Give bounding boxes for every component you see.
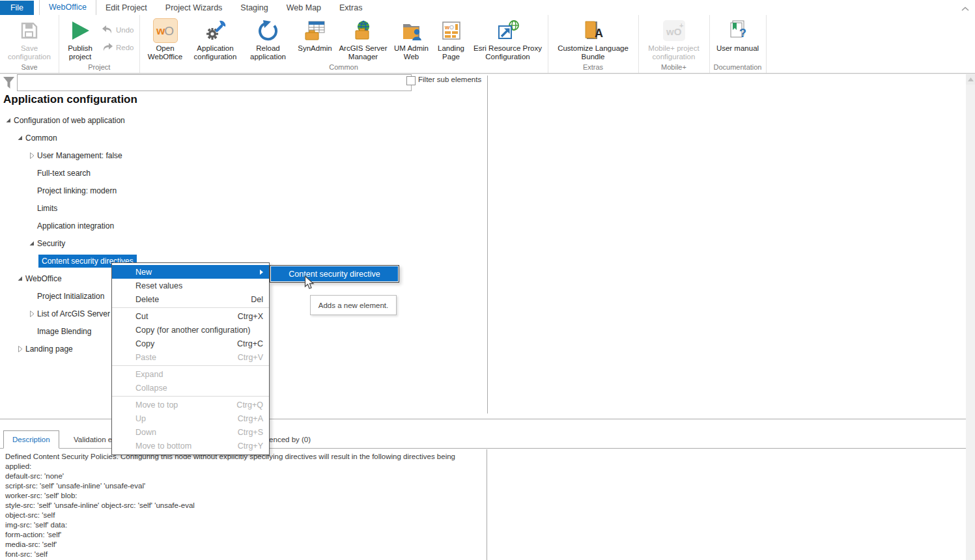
menu-tab-file[interactable]: File — [0, 1, 34, 15]
ribbon-group-label-extras: Extras — [550, 63, 636, 73]
user-manual-button[interactable]: ? User manual — [712, 15, 764, 63]
expand-triangle-icon[interactable] — [27, 152, 37, 159]
menu-bar: File WebOffice Edit Project Project Wiza… — [0, 0, 975, 15]
description-line: form-action: 'self' — [5, 530, 481, 540]
undo-icon — [102, 25, 113, 35]
collapse-triangle-icon[interactable] — [15, 275, 25, 282]
table-briefcase-icon — [304, 17, 326, 44]
publish-project-button[interactable]: Publish project — [61, 15, 99, 63]
button-label: Redo — [116, 44, 134, 51]
tree-item-configuration-of-web-application[interactable]: Configuration of web application — [0, 111, 485, 129]
menu-tab-project-wizards[interactable]: Project Wizards — [156, 1, 232, 15]
description-line: font-src: 'self — [5, 550, 481, 559]
weboffice-logo-icon: wO — [153, 17, 178, 44]
vertical-scrollbar[interactable] — [966, 74, 975, 560]
menu-tab-edit-project[interactable]: Edit Project — [96, 1, 156, 15]
button-label: Mobile+ project configuration — [641, 44, 707, 61]
collapse-ribbon-icon[interactable] — [961, 3, 970, 10]
button-label: ArcGIS Server Manager — [336, 44, 391, 61]
menu-tab-extras[interactable]: Extras — [330, 1, 371, 15]
context-menu-item-copy[interactable]: Copy Ctrg+C — [112, 337, 269, 350]
tree-item-common[interactable]: Common — [0, 129, 485, 147]
description-line: media-src: 'self' — [5, 540, 481, 550]
menu-separator — [112, 365, 269, 366]
globe-briefcase-icon — [352, 17, 374, 44]
tree-item-limits[interactable]: Limits — [0, 199, 485, 217]
ribbon-group-label-mobile: Mobile+ — [641, 63, 707, 73]
reload-application-button[interactable]: Reload application — [242, 15, 294, 63]
tooltip: Adds a new element. — [310, 295, 397, 315]
context-menu-item-up[interactable]: Up Ctrg+A — [112, 412, 269, 425]
ribbon-group-extras: A Customize Language Bundle Extras — [548, 15, 639, 73]
svg-text:+: + — [679, 21, 683, 29]
context-menu-item-new[interactable]: New — [112, 265, 269, 279]
button-label: Save configuration — [2, 44, 57, 61]
menu-tab-staging[interactable]: Staging — [231, 1, 277, 15]
tree-item-application-integration[interactable]: Application integration — [0, 217, 485, 234]
gear-wrench-icon — [205, 17, 227, 44]
menu-separator — [112, 307, 269, 308]
description-line: object-src: 'self — [5, 511, 481, 520]
context-menu-item-down[interactable]: Down Ctrg+S — [112, 425, 269, 439]
tab-description[interactable]: Description — [3, 430, 59, 449]
collapse-triangle-icon[interactable] — [15, 135, 25, 141]
ribbon-group-project: Publish project Undo Redo Project — [59, 15, 140, 73]
redo-button[interactable]: Redo — [102, 43, 134, 53]
filter-input[interactable] — [17, 74, 412, 91]
application-configuration-button[interactable]: Application configuration — [189, 15, 242, 63]
expand-triangle-icon[interactable] — [27, 311, 37, 317]
context-menu-item-expand[interactable]: Expand — [112, 367, 269, 381]
landing-page-button[interactable]: w O Landing Page — [432, 15, 470, 63]
mobile-project-configuration-button[interactable]: wO + Mobile+ project configuration — [641, 15, 707, 63]
button-label: UM Admin Web — [391, 44, 432, 61]
scrollbar-up-button[interactable] — [966, 74, 975, 85]
context-menu-item-delete[interactable]: Delete Del — [112, 292, 269, 306]
save-configuration-button[interactable]: Save configuration — [2, 15, 57, 63]
collapse-triangle-icon[interactable] — [27, 240, 37, 247]
arcgis-server-manager-button[interactable]: ArcGIS Server Manager — [336, 15, 391, 63]
context-menu-item-copy-for-another-configuration[interactable]: Copy (for another configuration) — [112, 323, 269, 337]
context-menu-item-cut[interactable]: Cut Ctrg+X — [112, 309, 269, 323]
context-menu-item-paste[interactable]: Paste Ctrg+V — [112, 350, 269, 364]
manual-question-icon: ? — [727, 17, 749, 44]
customize-language-bundle-button[interactable]: A Customize Language Bundle — [550, 15, 636, 63]
scroll-up-icon — [968, 77, 974, 81]
tree-item-project-linking[interactable]: Project linking: modern — [0, 182, 485, 199]
tree-item-user-management[interactable]: User Management: false — [0, 147, 485, 164]
app-canvas: { "menu": { "tabs": ["File", "WebOffice"… — [0, 0, 975, 560]
context-menu-item-collapse[interactable]: Collapse — [112, 381, 269, 395]
ribbon: Save configuration Save Publish project … — [0, 15, 975, 74]
um-admin-web-button[interactable]: UM Admin Web — [391, 15, 432, 63]
filter-sub-elements-label: Filter sub elements — [418, 76, 481, 83]
mobile-plus-icon: wO + — [662, 17, 686, 44]
menu-tab-web-map[interactable]: Web Map — [277, 1, 330, 15]
open-weboffice-button[interactable]: wO Open WebOffice — [142, 15, 189, 63]
button-label: Customize Language Bundle — [550, 44, 636, 61]
synadmin-button[interactable]: SynAdmin — [294, 15, 336, 63]
save-icon — [20, 17, 39, 44]
button-label: Open WebOffice — [142, 44, 189, 61]
reload-icon — [258, 17, 279, 44]
description-line: default-src: 'none' — [5, 471, 481, 481]
context-menu-item-reset-values[interactable]: Reset values — [112, 279, 269, 292]
menu-tab-weboffice[interactable]: WebOffice — [39, 0, 96, 15]
svg-text:O: O — [449, 24, 454, 31]
ribbon-group-label-documentation: Documentation — [712, 63, 764, 73]
submenu-item-content-security-directive[interactable]: Content security directive — [271, 266, 398, 281]
description-line: img-src: 'self' data: — [5, 520, 481, 530]
undo-button[interactable]: Undo — [102, 25, 134, 35]
ribbon-group-label-project: Project — [61, 63, 137, 73]
button-label: Application configuration — [189, 44, 242, 61]
context-menu-item-move-to-top[interactable]: Move to top Ctrg+Q — [112, 398, 269, 412]
esri-resource-proxy-button[interactable]: Esri Resource Proxy Configuration — [470, 15, 546, 63]
ribbon-group-label-common: Common — [142, 63, 546, 73]
context-menu-item-move-to-bottom[interactable]: Move to bottom Ctrg+Y — [112, 439, 269, 453]
filter-sub-elements-checkbox[interactable] — [406, 76, 416, 85]
collapse-triangle-icon[interactable] — [3, 117, 14, 124]
page-title: Application configuration — [3, 93, 137, 106]
svg-text:A: A — [595, 27, 603, 40]
tree-item-security[interactable]: Security — [0, 234, 485, 252]
expand-triangle-icon[interactable] — [15, 346, 25, 352]
filter-funnel-icon — [3, 76, 15, 92]
tree-item-full-text-search[interactable]: Full-text search — [0, 164, 485, 182]
